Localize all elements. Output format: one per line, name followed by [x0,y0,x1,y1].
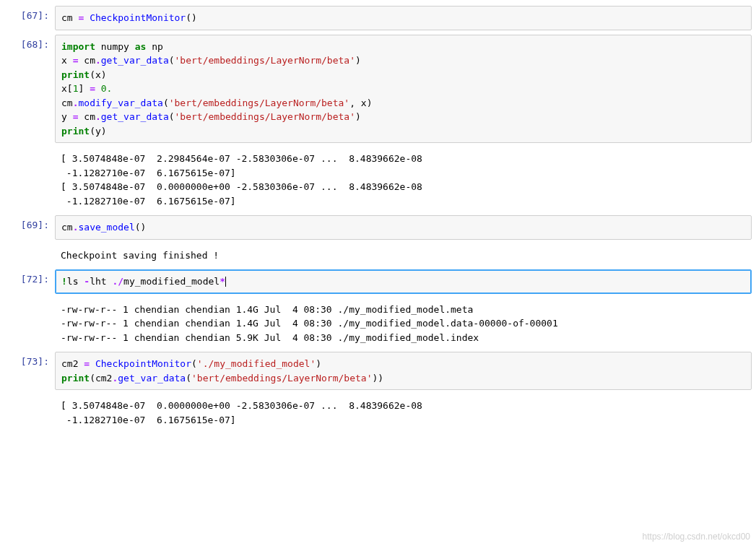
cell-body: Checkpoint saving finished ! [55,244,752,266]
output-prompt [4,244,55,248]
code-token [129,41,135,52]
output-text: -rw-rw-r-- 1 chendian chendian 1.4G Jul … [55,298,752,348]
code-token: ) [367,98,373,108]
code-token [84,12,90,23]
code-token: save_model [78,222,134,233]
code-token: CheckpointMonitor [95,358,191,369]
code-token: x [61,83,67,94]
code-token [90,358,95,369]
code-token: './my_modified_model' [197,358,316,369]
cell-body: import numpy as np x = cm.get_var_data('… [55,35,752,144]
code-cell: [69]:cm.save_model() [0,215,756,240]
code-token: 'bert/embeddings/LayerNorm/beta' [175,55,355,66]
code-token: x [95,69,101,80]
code-token: x [361,98,367,108]
code-token: , [349,98,355,108]
output-text: [ 3.5074848e-07 0.0000000e+00 -2.5830306… [55,394,752,430]
code-token: cm [61,98,73,108]
output-cell: [ 3.5074848e-07 2.2984564e-07 -2.5830306… [0,147,756,211]
code-token: 'bert/embeddings/LayerNorm/beta' [169,98,349,108]
cell-body: cm2 = CheckpointMonitor('./my_modified_m… [55,352,752,390]
code-token: y [61,111,67,122]
code-token: ) [355,55,361,66]
code-token: ) [355,111,361,122]
cell-body: [ 3.5074848e-07 0.0000000e+00 -2.5830306… [55,394,752,430]
code-token: ! [61,276,67,287]
code-token: ( [169,111,175,122]
code-input[interactable]: cm.save_model() [55,215,752,240]
code-token: cm [61,222,73,233]
output-cell: [ 3.5074848e-07 0.0000000e+00 -2.5830306… [0,394,756,430]
code-token: get_var_data [101,55,169,66]
code-token: 0. [101,83,113,94]
code-token: ( [90,69,95,80]
code-token: () [135,222,147,233]
input-prompt: [69]: [4,215,55,230]
code-token: [ [67,83,73,94]
code-token [84,83,90,94]
code-token: ( [169,55,175,66]
code-token: cm [61,12,73,23]
code-input[interactable]: cm2 = CheckpointMonitor('./my_modified_m… [55,352,752,390]
cell-body: [ 3.5074848e-07 2.2984564e-07 -2.5830306… [55,147,752,211]
code-cell: [68]:import numpy as np x = cm.get_var_d… [0,35,756,144]
output-text: [ 3.5074848e-07 2.2984564e-07 -2.5830306… [55,147,752,211]
code-token: - [84,276,90,287]
output-cell: Checkpoint saving finished ! [0,244,756,266]
code-token: cm2 [95,373,112,384]
code-token: lht [90,276,106,287]
code-token: . [95,55,101,66]
code-token: CheckpointMonitor [90,12,186,23]
code-token: = [90,83,95,94]
code-token: np [152,41,163,52]
code-token: 'bert/embeddings/LayerNorm/beta' [191,373,372,384]
code-input[interactable]: import numpy as np x = cm.get_var_data('… [55,35,752,144]
code-token [67,111,73,122]
code-token: numpy [101,41,129,52]
cell-body: cm = CheckpointMonitor() [55,6,752,30]
code-token: / [118,276,123,287]
cell-body: cm.save_model() [55,215,752,240]
code-token [67,55,73,66]
notebook-container: [67]:cm = CheckpointMonitor()[68]:import… [0,6,756,430]
code-token: y [95,126,101,136]
output-prompt [4,298,55,303]
cell-body: -rw-rw-r-- 1 chendian chendian 1.4G Jul … [55,298,752,348]
code-cell: [73]:cm2 = CheckpointMonitor('./my_modif… [0,352,756,390]
code-token: () [186,12,197,23]
code-token: ) [101,126,107,136]
code-input[interactable]: cm = CheckpointMonitor() [55,6,752,30]
code-token: ( [186,373,191,384]
code-token: ) [101,69,107,80]
text-cursor [225,277,226,287]
code-token: cm2 [61,358,78,369]
code-token: ( [90,373,95,384]
cell-body: !ls -lht ./my_modified_model* [55,269,752,294]
code-token [355,98,361,108]
code-token: = [84,358,90,369]
code-token [95,83,101,94]
output-prompt [4,394,55,399]
code-token: import [61,41,95,52]
code-token: * [220,276,225,287]
input-prompt: [72]: [4,269,55,285]
code-token: ( [191,358,197,369]
code-token: get_var_data [101,111,169,122]
code-token: ( [163,98,169,108]
code-token: cm [84,55,95,66]
code-token: cm [84,111,95,122]
code-token: )) [372,373,383,384]
code-token: as [135,41,147,52]
code-input[interactable]: !ls -lht ./my_modified_model* [55,269,752,294]
code-token: ) [316,358,321,369]
output-cell: -rw-rw-r-- 1 chendian chendian 1.4G Jul … [0,298,756,348]
code-token: 'bert/embeddings/LayerNorm/beta' [175,111,355,122]
code-token: modify_var_data [78,98,162,108]
code-token [95,41,101,52]
code-token: . [95,111,101,122]
code-cell: [67]:cm = CheckpointMonitor() [0,6,756,30]
code-token: print [61,126,90,136]
output-prompt [4,147,55,152]
output-text: Checkpoint saving finished ! [55,244,752,266]
input-prompt: [67]: [4,6,55,21]
